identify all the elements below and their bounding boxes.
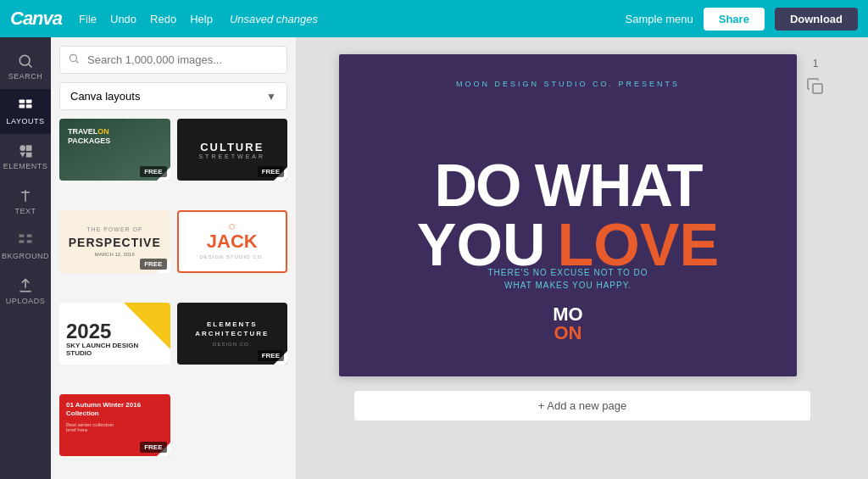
autumn-title: 01 Autumn Winter 2016 Collection xyxy=(66,401,164,419)
template-card-jack[interactable]: ⬡ JACK DESIGN STUDIO CO. xyxy=(177,210,288,272)
culture-subtitle: STREETWEAR xyxy=(198,153,265,159)
canvas-logo-on: ON xyxy=(553,324,582,343)
svg-rect-15 xyxy=(813,84,822,93)
elements-icon xyxy=(17,142,34,159)
svg-marker-8 xyxy=(19,153,25,158)
template-card-perspective[interactable]: THE POWER OF PERSPECTIVE MARCH 12, 2016 … xyxy=(59,210,170,272)
nav-links: File Undo Redo Help Unsaved changes xyxy=(79,13,318,25)
sidebar-elements-label: ELEMENTS xyxy=(3,162,48,170)
svg-marker-9 xyxy=(26,153,32,158)
svg-rect-3 xyxy=(26,100,32,103)
share-button[interactable]: Share xyxy=(704,8,765,31)
download-button[interactable]: Download xyxy=(775,8,858,31)
template-card-culture[interactable]: CULTURE STREETWEAR FREE xyxy=(177,119,288,181)
sidebar-item-background[interactable]: BKGROUND xyxy=(0,224,51,269)
uploads-icon xyxy=(17,277,34,294)
svg-line-14 xyxy=(76,60,79,63)
search-icon xyxy=(17,53,34,70)
elements-title: ELEMENTS ARCHITECTURE xyxy=(184,320,281,338)
search-box xyxy=(59,46,287,74)
sidebar-icons: SEARCH LAYOUTS ELEMENTS TEXT xyxy=(0,37,51,479)
unsaved-status: Unsaved changes xyxy=(230,13,318,25)
svg-rect-4 xyxy=(19,104,25,108)
svg-rect-2 xyxy=(19,100,25,103)
templates-grid: TRAVELONPACKAGES FREE CULTURE STREETWEAR… xyxy=(51,119,296,479)
free-badge-elements: FREE xyxy=(258,350,284,361)
sidebar-item-elements[interactable]: ELEMENTS xyxy=(0,134,51,179)
page-controls: 1 xyxy=(805,54,826,97)
sidebar-background-label: BKGROUND xyxy=(2,252,49,260)
jack-title: JACK xyxy=(207,231,258,253)
svg-point-0 xyxy=(19,55,30,65)
template-card-skylaunch[interactable]: 2025 SKY LAUNCH DESIGN STUDIO xyxy=(59,303,170,365)
svg-rect-7 xyxy=(26,145,32,151)
canvas-line1: DO WHAT xyxy=(417,156,719,215)
svg-rect-5 xyxy=(26,104,32,108)
sample-menu-link[interactable]: Sample menu xyxy=(626,13,693,25)
layouts-dropdown[interactable]: Canva layouts ▼ xyxy=(59,82,287,110)
template-card-elements[interactable]: ELEMENTS ARCHITECTURE DESIGN CO. FREE xyxy=(177,303,288,365)
search-input[interactable] xyxy=(59,46,287,74)
free-badge-autumn: FREE xyxy=(140,442,166,453)
page-number: 1 xyxy=(813,58,819,70)
canvas-tagline-line1: THERE'S NO EXCUSE NOT TO DO xyxy=(488,268,648,277)
dropdown-label: Canva layouts xyxy=(70,90,140,103)
sidebar-uploads-label: UPLOADS xyxy=(6,297,46,305)
template-card-autumn[interactable]: 01 Autumn Winter 2016 Collection Best wi… xyxy=(59,394,170,456)
chevron-down-icon: ▼ xyxy=(266,91,276,103)
sidebar-search-label: SEARCH xyxy=(8,72,43,81)
main-layout: SEARCH LAYOUTS ELEMENTS TEXT xyxy=(0,37,868,479)
canvas-subtitle: MOON DESIGN STUDIO CO. PRESENTS xyxy=(339,80,797,88)
sidebar-item-uploads[interactable]: UPLOADS xyxy=(0,269,51,314)
search-field-icon xyxy=(68,53,80,64)
left-panel: Canva layouts ▼ TRAVELONPACKAGES FREE CU… xyxy=(51,37,297,479)
free-badge-culture: FREE xyxy=(258,166,284,177)
redo-button[interactable]: Redo xyxy=(150,13,176,25)
canvas-tagline: THERE'S NO EXCUSE NOT TO DO WHAT MAKES Y… xyxy=(488,266,648,292)
canvas-main-text: DO WHAT YOU LOVE xyxy=(417,156,719,275)
topbar-right: Sample menu Share Download xyxy=(626,8,858,31)
search-icon-wrap xyxy=(68,53,80,68)
free-badge-travel: FREE xyxy=(140,166,166,177)
sidebar-item-text[interactable]: TEXT xyxy=(0,179,51,224)
topbar: Canva File Undo Redo Help Unsaved change… xyxy=(0,0,868,37)
sidebar-item-layouts[interactable]: LAYOUTS xyxy=(0,89,51,134)
template-card-travel[interactable]: TRAVELONPACKAGES FREE xyxy=(59,119,170,181)
text-icon xyxy=(17,187,34,204)
yellow-corner xyxy=(124,303,170,349)
help-menu[interactable]: Help xyxy=(190,13,213,25)
canvas-logo-mo: MO xyxy=(553,305,582,324)
sidebar-item-search[interactable]: SEARCH xyxy=(0,44,51,89)
perspective-title: PERSPECTIVE xyxy=(69,236,161,249)
canvas-wrapper: MOON DESIGN STUDIO CO. PRESENTS DO WHAT … xyxy=(339,54,826,376)
page-copy-icon[interactable] xyxy=(805,76,826,97)
background-icon xyxy=(17,232,34,249)
canvas-tagline-line2: WHAT MAKES YOU HAPPY. xyxy=(504,281,632,290)
add-page-button[interactable]: + Add a new page xyxy=(353,390,811,421)
svg-line-1 xyxy=(29,64,32,68)
layouts-icon xyxy=(17,97,34,114)
sidebar-layouts-label: LAYOUTS xyxy=(7,117,45,125)
file-menu[interactable]: File xyxy=(79,13,97,25)
undo-button[interactable]: Undo xyxy=(110,13,136,25)
free-badge-perspective: FREE xyxy=(140,259,166,270)
svg-point-13 xyxy=(70,54,76,61)
culture-title: CULTURE xyxy=(200,141,264,153)
canvas-page[interactable]: MOON DESIGN STUDIO CO. PRESENTS DO WHAT … xyxy=(339,54,797,376)
svg-point-6 xyxy=(19,145,25,151)
canva-logo: Canva xyxy=(10,8,62,30)
canvas-area: MOON DESIGN STUDIO CO. PRESENTS DO WHAT … xyxy=(297,37,868,479)
canvas-logo: MO ON xyxy=(553,305,582,343)
sidebar-text-label: TEXT xyxy=(14,207,36,215)
